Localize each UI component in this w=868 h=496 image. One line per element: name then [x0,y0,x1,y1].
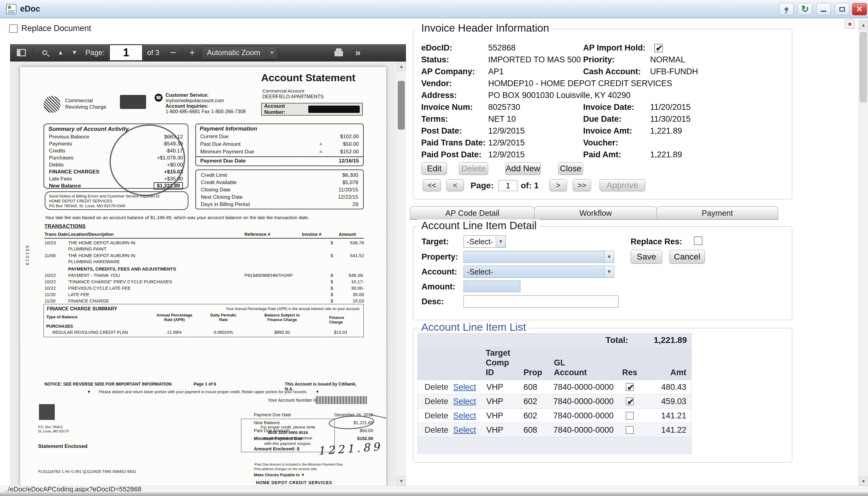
tab-ap-code-detail[interactable]: AP Code Detail [410,206,535,220]
fs-col3a: Daily Periodic [210,313,236,317]
zoom-out-icon[interactable]: − [170,47,176,59]
refresh-button[interactable]: ↻ [798,3,812,15]
delete-link[interactable]: Delete [424,397,448,406]
fs-col3: Daily Periodic Rate [210,313,236,322]
pager-next-button[interactable]: > [549,179,567,191]
property-select[interactable]: ▼ [464,251,614,263]
print-icon[interactable] [335,49,343,56]
tx-header-desc: Location/Description [68,231,244,237]
pdf-scrollbar-thumb[interactable] [398,81,405,130]
customer-service-label: Customer Service: [166,93,246,98]
header-target-line3: ID [486,368,517,377]
table-row: Delete Select VHP 602 7840-0000-0000 459… [418,394,691,408]
tx-date: 11/20 [44,298,68,304]
main-scrollbar-thumb[interactable] [860,32,867,102]
select-link[interactable]: Select [453,411,476,420]
main-scroll-up-button[interactable]: ▲ [859,20,868,29]
field-value: NET 10 [488,114,583,124]
res-checkbox[interactable] [626,383,634,391]
brand-line1: Commercial [65,97,106,104]
add-new-button[interactable]: Add New [505,162,541,175]
pdf-scroll-up-button[interactable]: ▲ [397,61,406,71]
more-tools-icon[interactable]: » [355,47,361,58]
zoom-in-icon[interactable]: + [189,47,195,59]
res-checkbox[interactable] [626,412,634,420]
sidebar-toggle-icon[interactable] [17,49,26,56]
payment-row-label: Current Due [200,133,313,140]
transactions-title: TRANSACTIONS [44,223,86,230]
payment-info-rows: Current Due $102.00 Past Due Amount + $5… [196,133,363,165]
zoom-select[interactable]: Automatic Zoom ▼ [202,46,278,59]
fs-row-apr: 21.99% [167,330,181,335]
replace-res-checkbox[interactable] [694,236,702,245]
tx-ref [244,292,302,298]
close-button[interactable]: ✕ [852,3,867,15]
pager-last-button[interactable]: >> [573,179,591,191]
payment-row-value: $50.00 [322,140,359,148]
side-code: 451019 [25,245,30,266]
field-value-cell: UFB-FUNDH [650,67,790,76]
field-value-cell: 1,221.89 [650,150,790,159]
invoice-field-row: Paid Trans Date: 12/9/2015 Voucher: [421,137,790,149]
tx-currency: $ [330,272,333,278]
pager-page-input[interactable] [498,180,517,191]
pager-prev-button[interactable]: < [447,179,464,191]
edit-button[interactable]: Edit [421,162,447,175]
pdf-scroll-down-button[interactable]: ▼ [397,476,406,486]
delete-link[interactable]: Delete [424,411,448,420]
delete-link[interactable]: Delete [424,425,448,435]
delete-button[interactable]: Delete [459,162,488,175]
account-select[interactable]: -Select- ▼ [464,266,614,278]
row-actions: Delete Select [418,383,483,392]
page-up-icon[interactable]: ▲ [58,49,64,56]
fs-col4: Balance Subject to Finance Charge [264,313,300,322]
finance-summary-box: FINANCE CHARGE SUMMARY Your Annual Perce… [44,304,364,337]
payment-row-value: 12/16/15 [322,157,359,165]
ap-import-hold-checkbox[interactable] [654,44,663,52]
brand-line2: Revolving Charge [65,104,106,110]
amount-input[interactable] [464,281,521,292]
approve-button[interactable]: Approve [600,179,645,191]
page-number-input[interactable] [109,44,143,61]
tx-desc: PREVIOUS CYCLE LATE FEE [68,285,244,291]
invoice-header-panel: Invoice Header Information eDocID: 55286… [413,29,792,199]
desc-input[interactable] [464,295,618,308]
payment-row-operator [313,157,322,165]
minimize-button[interactable] [816,3,831,15]
cell-target-comp-id: VHP [483,383,517,392]
save-button[interactable]: Save [631,250,662,264]
credit-row-label: Closing Date [201,186,230,193]
amount-enclosed-label: Amount Enclosed: $ [254,446,299,452]
page-down-icon[interactable]: ▼ [72,49,78,56]
invoice-field-row: Invoice Num: 8025730 Invoice Date: 11/20… [421,101,790,113]
select-link[interactable]: Select [453,397,476,406]
delete-link[interactable]: Delete [424,383,448,392]
maximize-button[interactable] [835,3,850,15]
target-select[interactable]: -Select- ▼ [464,235,506,248]
credit-info-rows: Credit Limit $6,300 Credit Available $5,… [196,172,363,208]
summary-row-label: Purchases [49,154,73,161]
pager-first-button[interactable]: << [423,179,441,191]
row-actions: Delete Select [418,397,483,406]
main-scroll-down-button[interactable]: ▼ [859,477,868,486]
pdf-scrollbar: ▲ ▼ [397,61,406,486]
select-link[interactable]: Select [453,383,476,392]
search-icon[interactable] [42,50,47,55]
res-checkbox[interactable] [626,426,634,434]
pin-button[interactable] [779,3,794,15]
tab-workflow[interactable]: Workflow [534,206,657,220]
refresh-icon: ↻ [801,4,809,14]
panel-corner-button[interactable] [845,19,855,29]
chevron-down-icon: ▼ [496,236,506,247]
res-checkbox[interactable] [626,398,634,405]
select-link[interactable]: Select [453,425,476,435]
close-record-button[interactable]: Close [558,162,583,175]
transactions-header: Trans Date Location/Description Referenc… [44,231,364,238]
replace-document-checkbox[interactable] [9,24,18,33]
payment-info-row: Current Due $102.00 [196,133,363,140]
edoc-app-icon [6,4,16,14]
tab-payment[interactable]: Payment [656,206,778,220]
field-label: Cash Account: [583,67,650,76]
cancel-button[interactable]: Cancel [669,250,705,264]
invoice-field-row: eDocID: 552868 AP Import Hold: [421,42,790,54]
